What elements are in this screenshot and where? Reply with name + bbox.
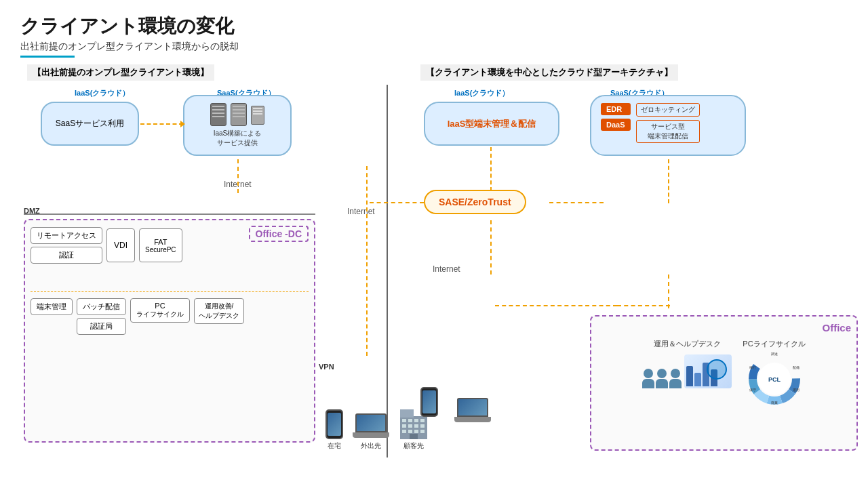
svg-text:PCL: PCL <box>768 376 781 383</box>
svg-text:配備: 配備 <box>793 365 800 369</box>
svg-rect-13 <box>420 430 425 433</box>
dmz-separator <box>31 291 309 293</box>
outside-device: 外出先 <box>353 413 389 451</box>
helpdesk-section: 運用＆ヘルプデスク <box>642 339 732 388</box>
cert-box: 認証局 <box>77 318 126 335</box>
devices-section: 在宅 外出先 <box>326 409 429 451</box>
right-office-content: 運用＆ヘルプデスク <box>597 339 851 406</box>
left-arrow-h <box>140 123 183 125</box>
vpn-label: VPN <box>319 363 334 371</box>
svg-rect-7 <box>408 424 412 428</box>
left-dashed-v <box>237 159 239 193</box>
pc-lifecycle-section: PCライフサイクル PCL <box>743 339 805 406</box>
home-device: 在宅 <box>326 409 343 451</box>
phone-icon <box>326 409 343 439</box>
sase-connect-h <box>370 202 424 203</box>
daas-badge: DaaS <box>601 119 631 131</box>
left-iaas-label: IaaS(クラウド） <box>75 88 130 98</box>
svg-rect-8 <box>414 424 418 428</box>
svg-rect-12 <box>414 430 418 433</box>
office-label: Office <box>597 322 851 333</box>
remote-access-box: リモートアクセス <box>31 227 102 244</box>
terminal-mgmt-box: 端末管理 <box>31 298 73 315</box>
client-label: 顧客先 <box>403 441 424 451</box>
right-internet-label: Internet <box>433 264 460 274</box>
ops-helpdesk-box: 運用改善/ ヘルプデスク <box>194 298 244 324</box>
svg-text:運用: 運用 <box>793 388 800 392</box>
right-phone <box>420 387 438 417</box>
helpdesk-label: 運用＆ヘルプデスク <box>654 339 721 349</box>
svg-rect-3 <box>408 419 412 422</box>
svg-text:移行: 移行 <box>749 365 756 369</box>
main-title: クライアント環境の変化 <box>20 14 848 39</box>
svg-rect-14 <box>410 434 418 439</box>
svg-rect-5 <box>420 419 425 422</box>
left-saas-cloud: IaaS構築による サービス提供 <box>183 95 292 156</box>
svg-text:保守: 保守 <box>749 388 756 392</box>
right-dashed-v2 <box>668 159 669 203</box>
service-mgmt-badge: サービス型端末管理配信 <box>636 120 700 143</box>
svg-rect-4 <box>414 419 418 422</box>
dmz-line <box>24 214 315 215</box>
fat-box: FAT SecurePC <box>139 228 182 262</box>
left-iaas-cloud: SaaSサービス利用 <box>41 102 139 146</box>
left-section-header: 【出社前提のオンプレ型クライアント環境】 <box>27 64 214 81</box>
right-saas-cloud: EDR DaaS ゼロキッティング サービス型端末管理配信 <box>590 95 746 156</box>
right-dashed-h1 <box>549 202 604 203</box>
right-dashed-v4 <box>668 274 669 308</box>
right-dashed-v3 <box>490 220 492 274</box>
office-box-right: Office 運用＆ヘルプデスク <box>590 315 858 451</box>
left-arrow-head <box>180 121 185 127</box>
svg-rect-2 <box>402 419 406 422</box>
auth-box: 認証 <box>31 247 102 264</box>
cycle-chart-svg: PCL 調達 配備 運用 廃棄 保守 移行 <box>747 352 802 406</box>
right-laptop <box>454 398 491 422</box>
zero-kitting-badge: ゼロキッティング <box>636 103 700 117</box>
office-dc-label: Office -DC <box>249 226 309 242</box>
svg-rect-6 <box>402 424 406 428</box>
dmz-box: Office -DC リモートアクセス 認証 VDI FAT SecurePC <box>24 219 315 443</box>
svg-text:調達: 調達 <box>771 352 778 356</box>
vdi-box: VDI <box>106 228 135 262</box>
sase-node: SASE/ZeroTrust <box>424 190 526 214</box>
left-saas-text1: IaaS構築による <box>214 129 262 138</box>
sub-title: 出社前提のオンプレ型クライアント環境からの脱却 <box>20 41 848 53</box>
right-dashed-h2 <box>495 305 617 306</box>
center-internet-label: Internet <box>347 207 375 216</box>
right-section-header: 【クライアント環境を中心としたクラウド型アーキテクチャ】 <box>420 64 678 81</box>
left-saas-text2: サービス提供 <box>217 138 258 148</box>
right-dashed-v1 <box>490 147 492 191</box>
divider-line <box>387 85 388 458</box>
right-dashed-h3 <box>617 305 670 306</box>
patch-box: パッチ配信 <box>77 298 126 315</box>
svg-rect-9 <box>420 424 425 428</box>
center-dashed-v <box>366 166 368 356</box>
outside-label: 外出先 <box>361 441 381 451</box>
edr-badge: EDR <box>601 103 631 115</box>
page: クライアント環境の変化 出社前提のオンプレ型クライアント環境からの脱却 【出社前… <box>0 0 868 488</box>
pc-lifecycle-label: PCライフサイクル <box>743 339 805 349</box>
right-iaas-cloud: IaaS型端末管理＆配信 <box>424 102 559 146</box>
home-label: 在宅 <box>328 441 341 451</box>
pc-lifecycle-box: PC ライフサイクル <box>130 298 190 323</box>
main-content: 【出社前提のオンプレ型クライアント環境】 【クライアント環境を中心としたクラウド… <box>20 64 861 458</box>
svg-rect-1 <box>400 409 414 418</box>
laptop-icon <box>353 413 389 439</box>
svg-rect-11 <box>408 430 412 433</box>
svg-rect-10 <box>402 430 406 433</box>
title-underline <box>20 56 75 58</box>
title-section: クライアント環境の変化 出社前提のオンプレ型クライアント環境からの脱却 <box>20 14 848 58</box>
right-iaas-label: IaaS(クラウド） <box>454 88 509 98</box>
svg-text:廃棄: 廃棄 <box>771 401 778 405</box>
